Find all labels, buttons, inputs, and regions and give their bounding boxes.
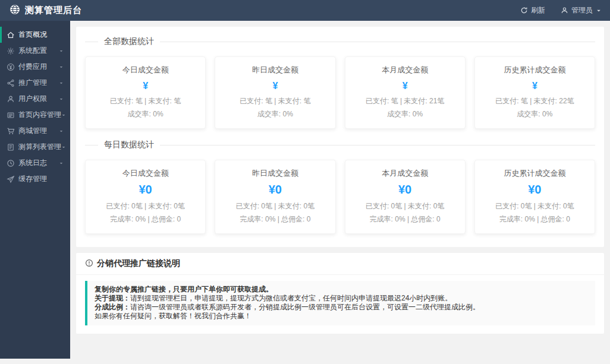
sidebar-item-system-config[interactable]: 系统配置 bbox=[0, 43, 70, 59]
home-icon bbox=[7, 31, 15, 39]
chevron-down-icon bbox=[59, 63, 64, 71]
main-content: 全部数据统计 今日成交金额 ¥ 已支付: 笔 | 未支付: 笔 成交率: 0% … bbox=[70, 21, 610, 364]
stat-card-yesterday-total: 昨日成交金额 ¥ 已支付: 笔 | 未支付: 笔 成交率: 0% bbox=[215, 56, 335, 129]
sidebar-item-home-content[interactable]: 首页内容管理 bbox=[0, 107, 70, 123]
notice-body: 复制你的专属推广链接，只要用户下单你即可获取提成。 关于提现：请到提现管理栏目，… bbox=[76, 275, 604, 334]
stat-title: 昨日成交金额 bbox=[219, 168, 331, 179]
stats-all-row: 今日成交金额 ¥ 已支付: 笔 | 未支付: 笔 成交率: 0% 昨日成交金额 … bbox=[85, 56, 595, 129]
stat-line1: 已支付: 0笔 | 未支付: 0笔 bbox=[479, 201, 591, 211]
stat-amount: ¥0 bbox=[219, 183, 331, 197]
notice-line-4: 如果你有任何疑问，获取解答！祝我们合作共赢！ bbox=[95, 312, 588, 321]
stats-daily-row: 今日成交金额 ¥0 已支付: 0笔 | 未支付: 0笔 完成率: 0% | 总佣… bbox=[85, 160, 595, 234]
sidebar-item-cache[interactable]: 缓存管理 bbox=[0, 171, 70, 187]
chevron-down-icon bbox=[596, 8, 602, 14]
stat-line1: 已支付: 0笔 | 未支付: 0笔 bbox=[219, 201, 331, 211]
chevron-down-icon bbox=[61, 143, 66, 151]
user-icon bbox=[7, 95, 15, 103]
stat-line2: 完成率: 0% | 总佣金: 0 bbox=[349, 214, 461, 224]
brand: 测算管理后台 bbox=[10, 4, 82, 17]
promo-instructions-quote: 复制你的专属推广链接，只要用户下单你即可获取提成。 关于提现：请到提现管理栏目，… bbox=[85, 281, 595, 325]
sidebar-item-home-overview[interactable]: 首页概况 bbox=[0, 27, 70, 43]
chevron-down-icon bbox=[59, 79, 64, 87]
stat-card-today-daily: 今日成交金额 ¥0 已支付: 0笔 | 未支付: 0笔 完成率: 0% | 总佣… bbox=[85, 160, 206, 234]
stat-title: 本月成交金额 bbox=[349, 65, 461, 75]
stat-card-month-total: 本月成交金额 ¥ 已支付: 笔 | 未支付: 21笔 成交率: 0% bbox=[345, 56, 466, 129]
list-icon bbox=[7, 143, 15, 151]
stat-line1: 已支付: 笔 | 未支付: 22笔 bbox=[479, 96, 591, 106]
stat-title: 今日成交金额 bbox=[89, 65, 202, 75]
sidebar-item-system-log[interactable]: 系统日志 bbox=[0, 155, 70, 171]
stat-title: 今日成交金额 bbox=[89, 168, 202, 179]
stats-panel: 全部数据统计 今日成交金额 ¥ 已支付: 笔 | 未支付: 笔 成交率: 0% … bbox=[76, 27, 604, 247]
clock-icon bbox=[7, 159, 15, 167]
legend-divider bbox=[85, 42, 98, 42]
stat-card-month-daily: 本月成交金额 ¥0 已支付: 0笔 | 未支付: 0笔 完成率: 0% | 总佣… bbox=[345, 160, 466, 234]
stat-title: 本月成交金额 bbox=[349, 168, 461, 179]
chevron-down-icon bbox=[59, 127, 64, 135]
notice-panel: 分销代理推广链接说明 复制你的专属推广链接，只要用户下单你即可获取提成。 关于提… bbox=[76, 253, 604, 334]
app-root: 测算管理后台 刷新 管理员 首页概况 bbox=[0, 0, 610, 364]
sidebar-item-user-permissions[interactable]: 用户权限 bbox=[0, 91, 70, 107]
globe-logo-icon bbox=[10, 4, 20, 17]
notice-header: 分销代理推广链接说明 bbox=[76, 253, 604, 275]
app-title: 测算管理后台 bbox=[25, 5, 82, 16]
stat-amount: ¥0 bbox=[89, 183, 202, 197]
cart-icon bbox=[7, 127, 15, 135]
section-legend-all: 全部数据统计 bbox=[85, 33, 595, 50]
chevron-down-icon bbox=[59, 95, 64, 103]
stat-title: 历史累计成交金额 bbox=[479, 168, 591, 179]
sidebar-item-mall[interactable]: 商城管理 bbox=[0, 123, 70, 139]
legend-divider bbox=[160, 42, 595, 42]
sidebar-item-calc-list[interactable]: 测算列表管理 bbox=[0, 139, 70, 155]
chevron-down-icon bbox=[59, 159, 64, 167]
share-icon bbox=[7, 79, 15, 87]
chevron-down-icon bbox=[61, 111, 66, 119]
send-icon bbox=[7, 175, 15, 183]
stat-line1: 已支付: 笔 | 未支付: 21笔 bbox=[349, 96, 461, 106]
stat-title: 昨日成交金额 bbox=[219, 65, 331, 75]
sidebar-item-paid-apps[interactable]: 付费应用 bbox=[0, 59, 70, 75]
stat-line1: 已支付: 0笔 | 未支付: 0笔 bbox=[89, 201, 202, 211]
stat-title: 历史累计成交金额 bbox=[479, 65, 591, 75]
user-menu[interactable]: 管理员 bbox=[561, 5, 602, 15]
stat-line2: 完成率: 0% | 总佣金: 0 bbox=[89, 214, 202, 224]
notice-line-2: 关于提现：请到提现管理栏目，申请提现，提现方式为微信或者支付宝，任何时间内申请提… bbox=[95, 294, 588, 303]
stat-amount: ¥ bbox=[219, 81, 331, 91]
stat-amount: ¥ bbox=[349, 81, 461, 91]
refresh-icon bbox=[520, 7, 528, 14]
stat-line1: 已支付: 笔 | 未支付: 笔 bbox=[219, 96, 331, 106]
legend-divider bbox=[160, 145, 595, 145]
sidebar: 首页概况 系统配置 付费应用 推广管理 用户权限 首页内容管理 bbox=[0, 21, 70, 359]
legend-divider bbox=[85, 145, 98, 145]
stat-amount: ¥ bbox=[89, 81, 202, 91]
refresh-label: 刷新 bbox=[531, 5, 545, 15]
info-icon bbox=[85, 259, 93, 269]
stat-line2: 完成率: 0% | 总佣金: 0 bbox=[219, 214, 331, 224]
stat-card-today-total: 今日成交金额 ¥ 已支付: 笔 | 未支付: 笔 成交率: 0% bbox=[85, 56, 206, 129]
notice-line-1: 复制你的专属推广链接，只要用户下单你即可获取提成。 bbox=[95, 285, 588, 294]
stat-card-history-daily: 历史累计成交金额 ¥0 已支付: 0笔 | 未支付: 0笔 完成率: 0% | … bbox=[474, 160, 595, 234]
section-title: 每日数据统计 bbox=[98, 140, 160, 150]
gear-icon bbox=[7, 47, 15, 55]
pay-icon bbox=[7, 63, 15, 71]
content-icon bbox=[7, 111, 15, 119]
section-legend-daily: 每日数据统计 bbox=[85, 136, 595, 154]
sidebar-item-promotion[interactable]: 推广管理 bbox=[0, 75, 70, 91]
user-label: 管理员 bbox=[571, 5, 593, 15]
notice-line-3: 分成比例：请咨询一级管理员或者联系源码开发者，分销提成比例一级管理员可在后台设置… bbox=[95, 303, 588, 312]
stat-amount: ¥ bbox=[479, 81, 591, 91]
stat-card-history-total: 历史累计成交金额 ¥ 已支付: 笔 | 未支付: 22笔 成交率: 0% bbox=[474, 56, 595, 129]
stat-line1: 已支付: 笔 | 未支付: 笔 bbox=[89, 96, 202, 106]
topbar-actions: 刷新 管理员 bbox=[520, 5, 602, 15]
stat-card-yesterday-daily: 昨日成交金额 ¥0 已支付: 0笔 | 未支付: 0笔 完成率: 0% | 总佣… bbox=[215, 160, 335, 234]
section-title: 全部数据统计 bbox=[98, 36, 160, 47]
stat-line2: 完成率: 0% | 总佣金: 0 bbox=[479, 214, 591, 224]
notice-title: 分销代理推广链接说明 bbox=[97, 258, 180, 269]
stat-line2: 成交率: 0% bbox=[89, 109, 202, 119]
stat-line2: 成交率: 0% bbox=[479, 109, 591, 119]
stat-line2: 成交率: 0% bbox=[349, 109, 461, 119]
stat-line2: 成交率: 0% bbox=[219, 109, 331, 119]
top-bar: 测算管理后台 刷新 管理员 bbox=[0, 0, 610, 21]
chevron-down-icon bbox=[59, 47, 64, 55]
refresh-button[interactable]: 刷新 bbox=[520, 5, 545, 15]
